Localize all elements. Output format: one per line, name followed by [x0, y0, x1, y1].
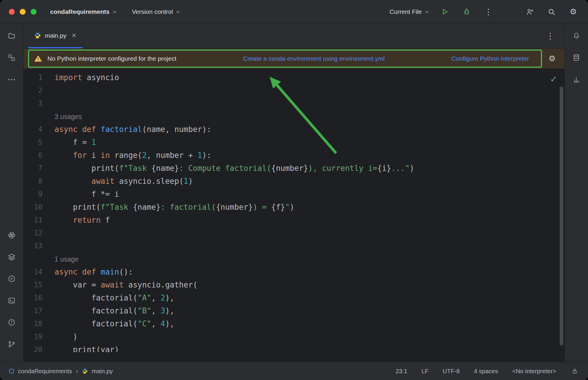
run-button[interactable]	[439, 6, 451, 18]
more-run-actions-button[interactable]: ⋮	[483, 6, 494, 18]
tab-close-icon[interactable]: ✕	[72, 32, 77, 39]
code-text: factorial("A", 2),	[54, 291, 174, 304]
editor-scrollbar-thumb[interactable]	[560, 86, 563, 346]
usages-hint-line[interactable]: 3 usages	[24, 110, 564, 123]
indent-widget[interactable]: 4 spaces	[474, 368, 498, 375]
line-number[interactable]: 2	[24, 84, 54, 97]
close-window-button[interactable]	[9, 9, 15, 15]
code-line[interactable]: 2	[24, 84, 564, 97]
breadcrumb-project[interactable]: condaRequirements	[18, 368, 72, 375]
run-config-selector[interactable]: Current File	[389, 8, 429, 15]
breadcrumb-file[interactable]: main.py	[92, 368, 113, 375]
code-line[interactable]: 20 print(var)	[24, 343, 564, 352]
python-packages-tool-button[interactable]	[6, 229, 18, 241]
line-number[interactable]: 10	[24, 201, 54, 214]
more-tools-button[interactable]: ⋯	[6, 73, 18, 85]
services-tool-button[interactable]	[6, 251, 18, 263]
banner-settings-button[interactable]: ⚙	[546, 53, 558, 65]
line-number[interactable]: 12	[24, 227, 54, 239]
code-line[interactable]: 4async def factorial(name, number):	[24, 123, 564, 136]
tab-main-py[interactable]: main.py ✕	[28, 24, 82, 48]
version-control-tool-button[interactable]	[6, 338, 18, 350]
code-line[interactable]: 16 factorial("A", 2),	[24, 291, 564, 304]
create-conda-env-link[interactable]: Create a conda environment using environ…	[243, 55, 385, 62]
line-number[interactable]	[24, 252, 54, 265]
project-widget[interactable]: condaRequirements	[50, 8, 117, 15]
more-horizontal-icon: ⋯	[8, 75, 16, 84]
tab-label: main.py	[45, 32, 67, 39]
minimize-window-button[interactable]	[20, 9, 26, 15]
code-line[interactable]: 17 factorial("B", 3),	[24, 304, 564, 317]
code-line[interactable]: 9 f *= i	[24, 188, 564, 201]
code-line[interactable]: 19 )	[24, 330, 564, 343]
hexagon-play-icon	[8, 275, 16, 283]
line-number[interactable]: 17	[24, 304, 54, 317]
database-tool-button[interactable]	[571, 52, 582, 63]
code-line[interactable]: 10 print(f"Task {name}: factorial({numbe…	[24, 201, 564, 214]
code-text: print(var)	[54, 343, 119, 352]
inspections-ok-icon[interactable]: ✓	[550, 74, 557, 84]
line-number[interactable]: 15	[24, 278, 54, 291]
line-separator-widget[interactable]: LF	[422, 368, 429, 375]
code-text: f *= i	[54, 188, 119, 201]
search-everywhere-button[interactable]	[546, 6, 557, 18]
line-number[interactable]: 18	[24, 317, 54, 330]
line-number[interactable]: 3	[24, 97, 54, 110]
python-file-icon	[34, 32, 41, 39]
line-number[interactable]: 9	[24, 188, 54, 201]
chart-tool-button[interactable]	[571, 73, 582, 85]
configure-interpreter-link[interactable]: Configure Python interpreter	[451, 55, 529, 62]
line-number[interactable]: 11	[24, 214, 54, 227]
line-number[interactable]: 6	[24, 149, 54, 162]
code-line[interactable]: 3	[24, 97, 564, 110]
project-tool-button[interactable]	[6, 30, 18, 42]
line-number[interactable]: 7	[24, 162, 54, 175]
line-number[interactable]: 19	[24, 330, 54, 343]
code-text: async def main():	[54, 265, 133, 278]
code-line[interactable]: 15 var = await asyncio.gather(	[24, 278, 564, 291]
ide-window: condaRequirements Version control Curren…	[0, 0, 588, 380]
debug-button[interactable]	[461, 6, 473, 18]
structure-icon	[8, 54, 16, 62]
code-line[interactable]: 13	[24, 239, 564, 252]
line-number[interactable]: 1	[24, 71, 54, 84]
problems-tool-button[interactable]	[6, 316, 18, 328]
tab-options-button[interactable]: ⋮	[544, 30, 556, 42]
line-number[interactable]: 5	[24, 136, 54, 149]
code-line[interactable]: 11 return f	[24, 214, 564, 227]
encoding-widget[interactable]: UTF-8	[443, 368, 460, 375]
readonly-toggle-button[interactable]	[570, 367, 579, 376]
structure-tool-button[interactable]	[6, 52, 18, 63]
usages-hint-line[interactable]: 1 usage	[24, 252, 564, 265]
add-user-icon	[526, 8, 534, 16]
bar-chart-icon	[572, 75, 580, 83]
line-number[interactable]: 14	[24, 265, 54, 278]
settings-button[interactable]: ⚙	[567, 6, 579, 18]
code-text: for i in range(2, number + 1):	[54, 149, 211, 162]
line-number[interactable]: 20	[24, 343, 54, 352]
line-number[interactable]: 16	[24, 291, 54, 304]
editor[interactable]: 1import asyncio233 usages4async def fact…	[24, 69, 564, 362]
code-line[interactable]: 7 print(f"Task {name}: Compute factorial…	[24, 162, 564, 175]
code-text: async def factorial(name, number):	[54, 123, 211, 136]
vcs-widget[interactable]: Version control	[132, 8, 180, 15]
code-line[interactable]: 18 factorial("C", 4),	[24, 317, 564, 330]
code-line[interactable]: 14async def main():	[24, 265, 564, 278]
terminal-tool-button[interactable]	[6, 295, 18, 306]
code-line[interactable]: 1import asyncio	[24, 71, 564, 84]
code-with-me-button[interactable]	[524, 6, 536, 18]
notifications-button[interactable]	[571, 30, 582, 42]
line-number[interactable]: 13	[24, 239, 54, 252]
line-number[interactable]: 8	[24, 175, 54, 188]
line-number[interactable]: 4	[24, 123, 54, 136]
line-number[interactable]	[24, 110, 54, 123]
code-line[interactable]: 5 f = 1	[24, 136, 564, 149]
interpreter-widget[interactable]: <No interpreter>	[512, 368, 556, 375]
code-line[interactable]: 12	[24, 227, 564, 239]
code-line[interactable]: 8 await asyncio.sleep(1)	[24, 175, 564, 188]
run-tool-button[interactable]	[6, 273, 18, 285]
more-vertical-icon: ⋮	[484, 7, 493, 17]
caret-position-widget[interactable]: 23:1	[396, 368, 407, 375]
code-line[interactable]: 6 for i in range(2, number + 1):	[24, 149, 564, 162]
zoom-window-button[interactable]	[31, 9, 37, 15]
